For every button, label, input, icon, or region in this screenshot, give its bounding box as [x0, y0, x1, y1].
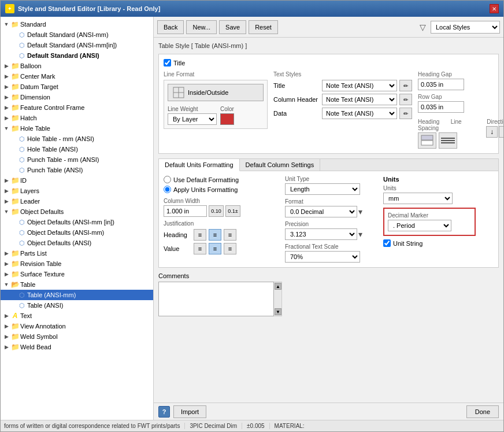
tree-item-label: Feature Control Frame	[20, 104, 84, 111]
title-checkbox[interactable]	[164, 59, 171, 67]
column-header-edit-button[interactable]: ✏	[399, 94, 412, 105]
tree-item-punch-table-ansi[interactable]: ⬡ Punch Table (ANSI)	[1, 165, 153, 175]
tree-item-standard[interactable]: ▼ 📁 Standard	[1, 19, 153, 29]
line-format-section: Line Format Inside/Outside	[164, 71, 268, 149]
close-button[interactable]: ✕	[490, 4, 499, 13]
tree-item-punch-table-mm[interactable]: ⬡ Punch Table - mm (ANSI)	[1, 154, 153, 165]
tree-item-weld-symbol[interactable]: ▶ 📁 Weld Symbol	[1, 331, 153, 342]
tab-default-column[interactable]: Default Column Settings	[240, 159, 321, 171]
right-panel: Back New... Save Reset ▽ Local Styles Ta…	[154, 17, 503, 420]
tree-item-revision-table[interactable]: ▶ 📁 Revision Table	[1, 259, 153, 269]
column-header-row: Column Header Note Text (ANSI) ✏	[273, 94, 412, 105]
format-group: Format 0.0 Decimal ▾	[285, 198, 377, 217]
comments-textarea[interactable]	[158, 282, 274, 316]
tab-default-units[interactable]: Default Units Formatting	[159, 159, 240, 171]
tree-item-balloon[interactable]: ▶ 📁 Balloon	[1, 61, 153, 71]
precision-select[interactable]: 3.123	[285, 228, 357, 240]
data-style-select[interactable]: Note Text (ANSI)	[322, 108, 397, 119]
tree-toggle: ▼	[3, 208, 10, 215]
direction-down-button[interactable]: ↓	[486, 126, 498, 138]
item-icon: ⬡	[18, 291, 26, 299]
new-button[interactable]: New...	[186, 20, 217, 34]
tree-item-table-ansi-mm[interactable]: ⬡ Table (ANSI-mm)	[1, 290, 153, 300]
line-format-title: Line Format	[164, 71, 268, 77]
val-just-right-button[interactable]: ≡	[224, 243, 236, 254]
val-just-center-button[interactable]: ≡	[209, 243, 221, 254]
tree-item-fcf[interactable]: ▶ 📁 Feature Control Frame	[1, 102, 153, 113]
value-just-label: Value	[164, 245, 191, 252]
tree-item-hole-table[interactable]: ▼ 📁 Hole Table	[1, 123, 153, 134]
format-select[interactable]: 0.0 Decimal	[285, 206, 357, 217]
tree-item-id[interactable]: ▶ 📁 ID	[1, 175, 153, 186]
tree-item-hole-table-mm-ansi[interactable]: ⬡ Hole Table - mm (ANSI)	[1, 134, 153, 144]
tree-item-table[interactable]: ▼ 📂 Table	[1, 279, 153, 290]
tree-item-dimension[interactable]: ▶ 📁 Dimension	[1, 92, 153, 102]
just-center-button[interactable]: ≡	[209, 229, 221, 241]
column-width-input[interactable]	[164, 205, 207, 217]
local-styles-select[interactable]: Local Styles	[431, 21, 500, 34]
item-icon: ⬡	[18, 228, 26, 237]
just-left-button[interactable]: ≡	[194, 229, 206, 241]
folder-icon: 📁	[11, 333, 19, 341]
just-right-button[interactable]: ≡	[224, 229, 236, 241]
tree-item-datum-target[interactable]: ▶ 📁 Datum Target	[1, 82, 153, 92]
reset-button[interactable]: Reset	[249, 20, 278, 34]
unit-type-select[interactable]: Length	[285, 183, 360, 195]
tree-item-weld-bead[interactable]: ▶ 📁 Weld Bead	[1, 342, 153, 352]
save-button[interactable]: Save	[219, 20, 246, 34]
row-gap-input[interactable]	[418, 101, 464, 113]
tree-item-default-ansi-mm[interactable]: ⬡ Default Standard (ANSI-mm)	[1, 29, 153, 40]
done-button[interactable]: Done	[466, 405, 499, 418]
folder-icon: 📁	[11, 322, 19, 330]
tree-item-parts-list[interactable]: ▶ 📁 Parts List	[1, 248, 153, 259]
tree-item-layers[interactable]: ▶ 📁 Layers	[1, 186, 153, 196]
tree-item-surface-texture[interactable]: ▶ 📁 Surface Texture	[1, 269, 153, 279]
decimal-marker-label: Decimal Marker	[388, 212, 471, 219]
use-default-radio[interactable]	[164, 176, 171, 183]
title-label: Title	[173, 60, 185, 67]
tree-item-leader[interactable]: ▶ 📁 Leader	[1, 196, 153, 206]
tree-item-text[interactable]: ▶ A Text	[1, 311, 153, 321]
col-width-btn2[interactable]: 0.1±	[225, 205, 240, 217]
inside-outside-button[interactable]: Inside/Outside	[168, 84, 264, 101]
col-width-btn1[interactable]: 0.10	[209, 205, 224, 217]
back-button[interactable]: Back	[157, 20, 184, 34]
line-spacing-button[interactable]	[439, 132, 457, 149]
title-style-select[interactable]: Note Text (ANSI)	[322, 80, 397, 91]
tree-toggle: ▶	[3, 83, 10, 90]
tree-item-od-ansi-mm-in[interactable]: ⬡ Object Defaults (ANSI-mm [in])	[1, 217, 153, 227]
tree-toggle: ▶	[3, 104, 10, 111]
comments-scrollbar[interactable]: ▲ ▼	[274, 282, 282, 316]
frac-select[interactable]: 70%	[285, 251, 360, 263]
folder-icon: 📁	[11, 114, 19, 122]
units-select[interactable]: mm	[383, 193, 453, 204]
tree-item-hatch[interactable]: ▶ 📁 Hatch	[1, 113, 153, 123]
direction-up-button[interactable]: ↑	[499, 126, 503, 138]
import-button[interactable]: Import	[173, 405, 206, 418]
tree-item-table-ansi[interactable]: ⬡ Table (ANSI)	[1, 300, 153, 311]
column-header-select[interactable]: Note Text (ANSI)	[322, 94, 397, 105]
line-weight-select[interactable]: By Layer	[168, 113, 217, 125]
apply-units-label: Apply Units Formatting	[173, 186, 238, 193]
tree-item-od-ansi-mm[interactable]: ⬡ Object Defaults (ANSI-mm)	[1, 227, 153, 238]
tree-item-hole-table-ansi[interactable]: ⬡ Hole Table (ANSI)	[1, 144, 153, 154]
color-button[interactable]	[220, 113, 234, 125]
decimal-marker-select[interactable]: . Period	[388, 220, 451, 231]
title-edit-button[interactable]: ✏	[399, 80, 412, 91]
tree-item-default-ansi[interactable]: ⬡ Default Standard (ANSI)	[1, 50, 153, 61]
data-edit-button[interactable]: ✏	[399, 108, 412, 119]
scroll-down-button[interactable]: ▼	[275, 308, 281, 315]
val-just-left-button[interactable]: ≡	[194, 243, 206, 254]
tree-item-center-mark[interactable]: ▶ 📁 Center Mark	[1, 71, 153, 82]
tree-item-od-ansi[interactable]: ⬡ Object Defaults (ANSI)	[1, 238, 153, 248]
heading-gap-input[interactable]	[418, 79, 464, 90]
heading-icon-button[interactable]	[418, 132, 436, 149]
tree-item-default-ansi-mm-in[interactable]: ⬡ Default Standard (ANSI-mm[in])	[1, 40, 153, 50]
apply-units-radio[interactable]	[164, 186, 171, 193]
tree-toggle: ▼	[3, 281, 10, 288]
unit-string-checkbox[interactable]	[383, 239, 391, 247]
scroll-up-button[interactable]: ▲	[275, 283, 281, 290]
help-button[interactable]: ?	[158, 406, 170, 418]
tree-item-view-annotation[interactable]: ▶ 📁 View Annotation	[1, 321, 153, 331]
tree-item-object-defaults[interactable]: ▼ 📁 Object Defaults	[1, 206, 153, 217]
